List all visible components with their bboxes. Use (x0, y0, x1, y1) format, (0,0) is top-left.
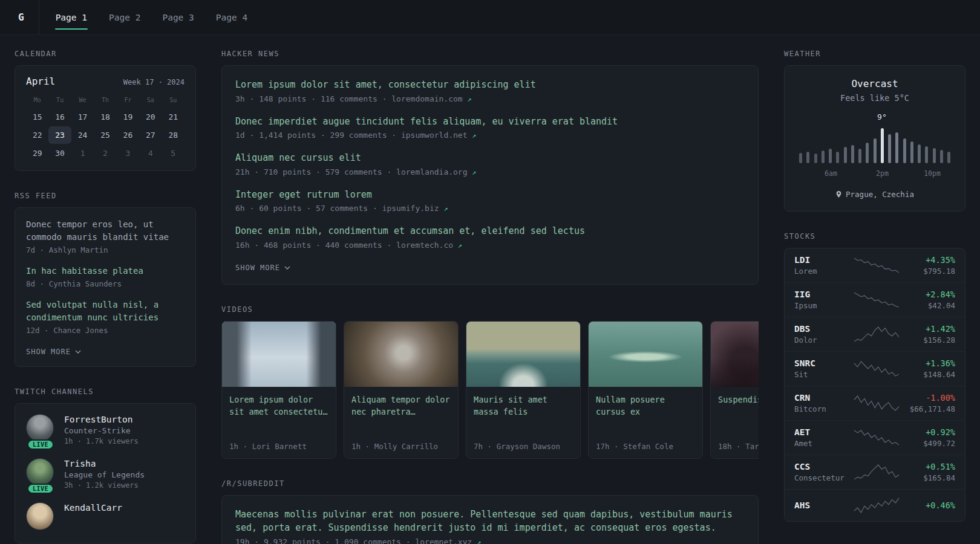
calendar-day[interactable]: 5 (162, 144, 185, 162)
video-card-body: Mauris sit amet massa felis7h · Grayson … (466, 387, 580, 458)
external-link-icon: ↗ (443, 204, 448, 213)
stock-values: +0.46% (903, 500, 955, 510)
calendar-day[interactable]: 2 (94, 144, 116, 162)
video-card[interactable]: Mauris sit amet massa felis7h · Grayson … (466, 321, 581, 459)
hackernews-item-title[interactable]: Lorem ipsum dolor sit amet, consectetur … (235, 78, 745, 92)
video-card[interactable]: Aliquam tempor dolor nec pharetra…1h · M… (344, 321, 459, 459)
stock-ticker[interactable]: IIG (794, 290, 850, 299)
rss-show-more-button[interactable]: SHOW MORE (26, 348, 81, 356)
twitch-channel[interactable]: LIVEForrestBurtonCounter-Strike1h · 1.7k… (26, 414, 185, 445)
calendar-day[interactable]: 27 (139, 126, 162, 144)
live-badge: LIVE (27, 484, 54, 494)
hackernews-item-stats: 16h · 468 points · 440 comments · (235, 241, 396, 250)
video-card[interactable]: Nullam posuere cursus ex17h · Stefan Col… (588, 321, 703, 459)
stock-row[interactable]: LDILorem+4.35%$795.18 (785, 248, 965, 282)
channel-meta: 3h · 1.2k viewers (64, 481, 145, 490)
rss-widget: RSS FEED Donec tempor eros leo, ut commo… (15, 192, 196, 367)
hackernews-item: Lorem ipsum dolor sit amet, consectetur … (235, 78, 745, 103)
calendar-day[interactable]: 16 (48, 108, 71, 126)
rss-item-title[interactable]: Sed volutpat nulla nisl, a condimentum n… (26, 299, 185, 324)
tab-page-3[interactable]: Page 3 (155, 0, 200, 35)
tab-page-4[interactable]: Page 4 (209, 0, 254, 35)
calendar-day[interactable]: 21 (162, 108, 185, 126)
calendar-day[interactable]: 15 (26, 108, 48, 126)
channel-name[interactable]: Trisha (64, 458, 145, 468)
channel-category[interactable]: League of Legends (64, 470, 145, 479)
twitch-channel[interactable]: LIVETrishaLeague of Legends3h · 1.2k vie… (26, 458, 185, 490)
tab-page-1[interactable]: Page 1 (49, 0, 94, 35)
calendar-day[interactable]: 1 (71, 144, 94, 162)
subreddit-item-title[interactable]: Maecenas mollis pulvinar erat non posuer… (235, 508, 745, 535)
calendar-day[interactable]: 3 (117, 144, 139, 162)
weather-time-label: 2pm (876, 169, 889, 178)
stock-name: Lorem (794, 267, 850, 276)
app-logo[interactable]: G (18, 0, 39, 35)
hackernews-item-domain[interactable]: loremdomain.com (391, 94, 467, 103)
hackernews-item: Donec enim nibh, condimentum et accumsan… (235, 224, 745, 250)
stock-row[interactable]: IIGIpsum+2.84%$42.04 (785, 282, 965, 317)
hackernews-item-domain[interactable]: ipsumify.biz (382, 204, 444, 213)
chevron-down-icon (284, 266, 290, 270)
video-title[interactable]: Suspendisse diam (718, 393, 759, 406)
rss-item-title[interactable]: Donec tempor eros leo, ut commodo mauris… (26, 218, 185, 244)
stock-ticker[interactable]: SNRC (794, 358, 850, 368)
hackernews-item-title[interactable]: Aliquam nec cursus elit (235, 151, 745, 165)
hackernews-item-domain[interactable]: ipsumworld.net (401, 131, 472, 140)
hackernews-item-domain[interactable]: loremlandia.org (396, 167, 472, 176)
hackernews-item-title[interactable]: Donec imperdiet augue tincidunt felis al… (235, 115, 745, 129)
stock-row[interactable]: AHS+0.46% (785, 489, 965, 521)
hackernews-item-title[interactable]: Donec enim nibh, condimentum et accumsan… (235, 224, 745, 238)
weather-bar (806, 152, 809, 163)
calendar-day-selected[interactable]: 23 (48, 126, 71, 144)
hackernews-item-domain[interactable]: loremtech.co (396, 241, 458, 250)
video-title[interactable]: Nullam posuere cursus ex (596, 393, 695, 419)
hackernews-item-title[interactable]: Integer eget rutrum lorem (235, 188, 745, 202)
channel-name[interactable]: KendallCarr (64, 502, 122, 513)
avatar-image (26, 502, 54, 530)
video-card[interactable]: Lorem ipsum dolor sit amet consectetu…1h… (221, 321, 336, 459)
tab-page-2[interactable]: Page 2 (102, 0, 147, 35)
subreddit-item-domain[interactable]: loremnet.xyz (415, 537, 477, 544)
stock-identity: SNRCSit (794, 358, 850, 379)
hackernews-item: Integer eget rutrum lorem6h · 60 points … (235, 188, 745, 213)
video-title[interactable]: Lorem ipsum dolor sit amet consectetu… (229, 393, 328, 419)
stock-row[interactable]: SNRCSit+1.36%$148.64 (785, 351, 965, 386)
stock-sparkline (850, 394, 903, 412)
video-title[interactable]: Mauris sit amet massa felis (474, 393, 573, 419)
stock-row[interactable]: DBSDolor+1.42%$156.28 (785, 317, 965, 351)
calendar-day[interactable]: 26 (117, 126, 139, 144)
twitch-channel[interactable]: KendallCarr (26, 502, 185, 530)
stock-row[interactable]: CRNBitcorn-1.00%$66,171.48 (785, 386, 965, 420)
stock-ticker[interactable]: AHS (794, 500, 850, 510)
calendar-day[interactable]: 30 (48, 144, 71, 162)
calendar-day[interactable]: 18 (94, 108, 116, 126)
calendar-day[interactable]: 4 (139, 144, 162, 162)
hackernews-show-more-button[interactable]: SHOW MORE (235, 264, 290, 272)
calendar-day[interactable]: 25 (94, 126, 116, 144)
weather-bar (940, 150, 943, 163)
calendar-day[interactable]: 29 (26, 144, 48, 162)
hackernews-item-meta: 6h · 60 points · 57 comments · ipsumify.… (235, 204, 745, 213)
calendar-day[interactable]: 20 (139, 108, 162, 126)
stock-row[interactable]: AETAmet+0.92%$499.72 (785, 420, 965, 455)
channel-category[interactable]: Counter-Strike (64, 426, 139, 435)
video-card[interactable]: Suspendisse diam18h · Tara (710, 321, 759, 459)
channel-name[interactable]: ForrestBurton (64, 414, 139, 424)
calendar-day[interactable]: 24 (71, 126, 94, 144)
stock-ticker[interactable]: LDI (794, 255, 850, 265)
stock-values: +1.36%$148.64 (903, 358, 955, 379)
calendar-day[interactable]: 22 (26, 126, 48, 144)
calendar-day[interactable]: 17 (71, 108, 94, 126)
video-title[interactable]: Aliquam tempor dolor nec pharetra… (351, 393, 451, 419)
stock-row[interactable]: CCSConsectetur+0.51%$165.84 (785, 455, 965, 489)
weather-time-label: 6am (825, 169, 837, 178)
stock-change: +0.92% (903, 427, 955, 437)
stock-ticker[interactable]: CCS (794, 462, 850, 471)
rss-card: Donec tempor eros leo, ut commodo mauris… (15, 207, 196, 367)
stock-ticker[interactable]: CRN (794, 393, 850, 403)
stock-ticker[interactable]: DBS (794, 324, 850, 334)
calendar-day[interactable]: 28 (162, 126, 185, 144)
rss-item-title[interactable]: In hac habitasse platea (26, 265, 185, 277)
calendar-day[interactable]: 19 (117, 108, 139, 126)
stock-ticker[interactable]: AET (794, 427, 850, 437)
